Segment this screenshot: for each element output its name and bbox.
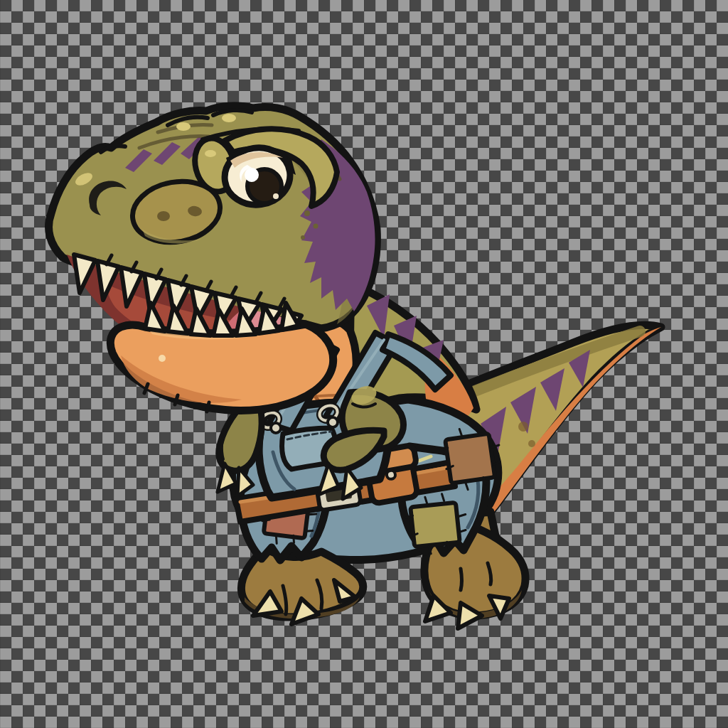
- trex-sticker: [0, 0, 728, 728]
- pouch-rivet: [386, 470, 396, 480]
- screenshot-stage: [0, 0, 728, 728]
- head: [49, 106, 378, 412]
